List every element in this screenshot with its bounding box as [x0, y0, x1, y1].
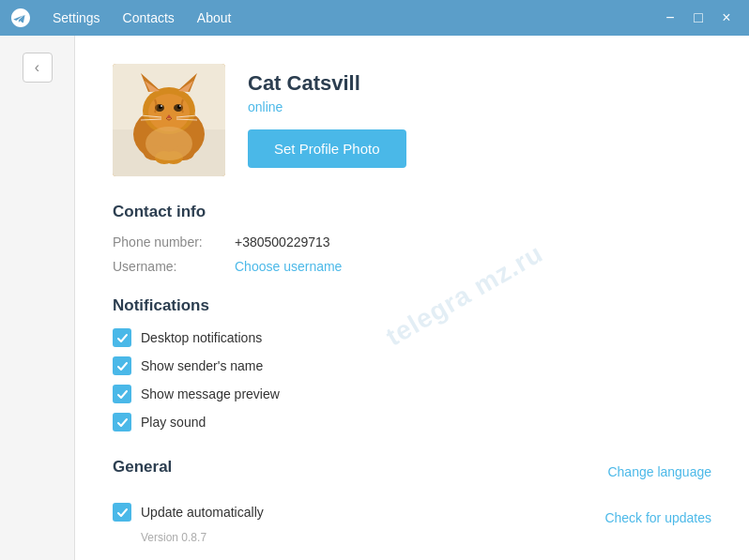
username-row: Username: Choose username [113, 259, 711, 274]
profile-info: Cat Catsvill online Set Profile Photo [248, 64, 406, 168]
checkmark-icon [116, 332, 129, 344]
update-auto-row: Update automatically [113, 503, 264, 522]
play-sound-label: Play sound [141, 415, 206, 430]
show-message-preview-checkbox[interactable] [113, 385, 131, 403]
back-icon: ‹ [35, 59, 39, 76]
checkmark-icon [116, 507, 129, 519]
svg-point-14 [160, 105, 162, 107]
general-header: General Change language [113, 454, 711, 490]
main-area: ‹ telegra mz.ru [0, 36, 749, 560]
username-label: Username: [113, 259, 235, 274]
play-sound-checkbox[interactable] [113, 413, 131, 431]
minimize-button[interactable]: − [657, 5, 683, 31]
version-text: Version 0.8.7 [141, 531, 264, 544]
update-auto-checkbox[interactable] [113, 503, 131, 522]
desktop-notifications-label: Desktop notifications [141, 330, 262, 345]
update-auto-label: Update automatically [141, 505, 264, 520]
desktop-notifications-checkbox[interactable] [113, 328, 131, 347]
phone-row: Phone number: +380500229713 [113, 235, 711, 250]
general-section: General Change language Update automatic… [113, 454, 711, 544]
contact-info-title: Contact info [113, 203, 711, 221]
svg-point-9 [148, 94, 190, 131]
checkmark-icon [116, 388, 129, 401]
show-message-preview-row: Show message preview [113, 385, 711, 403]
choose-username-link[interactable]: Choose username [235, 259, 342, 274]
avatar [113, 64, 225, 176]
menu-settings[interactable]: Settings [41, 0, 112, 36]
checkmark-icon [116, 360, 129, 372]
avatar-image [113, 64, 225, 176]
show-sender-name-label: Show sender's name [141, 358, 263, 373]
show-sender-name-row: Show sender's name [113, 356, 711, 375]
sidebar: ‹ [0, 36, 75, 560]
menu-contacts[interactable]: Contacts [112, 0, 186, 36]
phone-value: +380500229713 [235, 235, 330, 250]
maximize-button[interactable]: □ [685, 5, 711, 31]
check-updates-link[interactable]: Check for updates [604, 510, 711, 525]
notifications-title: Notifications [113, 296, 711, 315]
profile-section: Cat Catsvill online Set Profile Photo [113, 64, 711, 176]
menu-bar: Settings Contacts About [41, 0, 242, 36]
phone-label: Phone number: [113, 235, 235, 250]
contact-info-section: Contact info Phone number: +380500229713… [113, 203, 711, 274]
profile-name: Cat Catsvill [248, 71, 406, 96]
show-message-preview-label: Show message preview [141, 386, 280, 401]
titlebar: Settings Contacts About − □ × [0, 0, 749, 36]
change-language-link[interactable]: Change language [607, 464, 711, 479]
back-button[interactable]: ‹ [23, 53, 53, 83]
set-profile-photo-button[interactable]: Set Profile Photo [248, 129, 406, 168]
content-area: telegra mz.ru [75, 36, 749, 560]
notifications-section: Notifications Desktop notifications Show… [113, 296, 711, 431]
window-controls: − □ × [657, 5, 740, 31]
menu-about[interactable]: About [186, 0, 243, 36]
svg-point-25 [145, 127, 192, 160]
close-button[interactable]: × [713, 5, 740, 31]
profile-status: online [248, 99, 406, 114]
show-sender-name-checkbox[interactable] [113, 356, 131, 375]
play-sound-row: Play sound [113, 413, 711, 431]
desktop-notifications-row: Desktop notifications [113, 328, 711, 347]
general-title: General [113, 458, 172, 477]
telegram-logo-icon [9, 7, 32, 29]
checkmark-icon [116, 416, 129, 429]
